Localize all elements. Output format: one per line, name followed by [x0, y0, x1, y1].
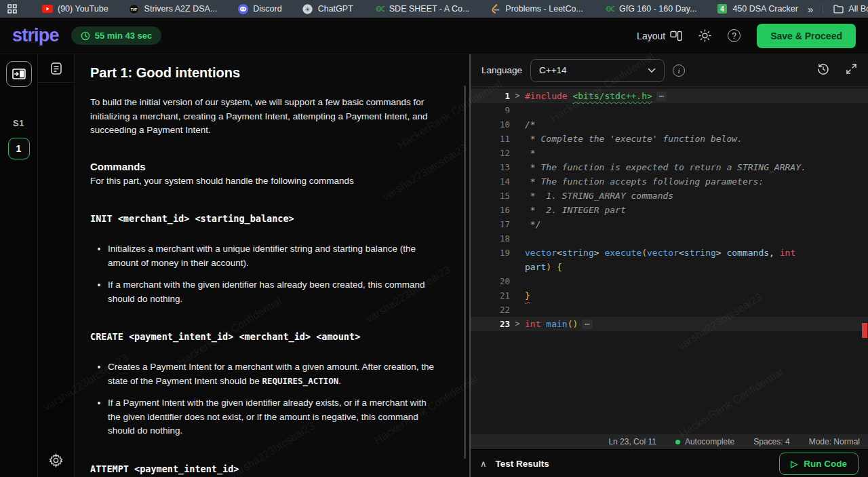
problem-title: Part 1: Good intentions [90, 65, 438, 81]
run-code-button[interactable]: ▷ Run Code [779, 453, 859, 475]
line-number [471, 260, 510, 274]
svg-text:4: 4 [721, 5, 725, 13]
bookmark-item[interactable]: GfG 160 - 160 Day... [604, 3, 696, 14]
question-1-button[interactable]: 1 [8, 138, 30, 159]
dsa450-icon: 4 [717, 3, 728, 14]
folder-icon [833, 3, 844, 14]
code-line[interactable]: 22 [471, 303, 868, 317]
code-line[interactable]: 16 * 2. INTEGER part [471, 203, 868, 217]
section-label: S1 [13, 118, 24, 128]
mode-setting[interactable]: Mode: Normal [809, 437, 860, 446]
svg-text:✳: ✳ [305, 5, 311, 12]
code-line[interactable]: 15 * 1. STRING_ARRAY commands [471, 189, 868, 203]
question-list-button[interactable] [38, 54, 74, 83]
code-line[interactable]: 10/* [471, 117, 868, 132]
command-signature: CREATE <payment_intent_id> <merchant_id>… [90, 331, 438, 342]
code-text: #include <bits/stdc++.h>⋯ [525, 89, 667, 103]
code-line[interactable]: 13 * The function is expected to return … [471, 160, 868, 174]
theme-brightness-icon[interactable] [698, 29, 711, 42]
code-line[interactable]: part) { [471, 260, 868, 274]
timer-value: 55 min 43 sec [95, 31, 153, 41]
code-line[interactable]: 20 [471, 274, 868, 288]
code-line[interactable]: 19vector<string> execute(vector<string> … [471, 246, 868, 260]
apps-grid-icon[interactable] [7, 3, 18, 14]
tuf-icon: TUF [129, 3, 140, 14]
bookmark-label: SDE SHEET - A Co... [389, 4, 470, 14]
collapse-sidebar-button[interactable] [6, 61, 32, 87]
fold-gutter [510, 303, 525, 317]
fold-chevron-icon[interactable]: > [510, 317, 525, 331]
bookmark-label: ChatGPT [318, 4, 353, 14]
gfg-icon [604, 3, 614, 14]
code-text: vector<string> execute(vector<string> co… [525, 246, 795, 260]
save-and-proceed-button[interactable]: Save & Proceed [757, 24, 856, 48]
fold-gutter [510, 174, 525, 189]
code-line[interactable]: 23>int main()⋯ [471, 317, 868, 331]
code-line[interactable]: 12 * [471, 146, 868, 160]
bookmark-item[interactable]: SDE SHEET - A Co... [374, 3, 470, 14]
code-text: int main()⋯ [525, 317, 593, 331]
bookmarks-overflow-chevron[interactable]: » [808, 3, 813, 15]
code-text: * Complete the 'execute' function below. [525, 132, 743, 146]
language-select[interactable]: C++14 [530, 59, 665, 82]
bookmark-item[interactable]: ✳ChatGPT [302, 3, 353, 14]
document-list-icon [50, 62, 63, 75]
bookmark-label: Discord [253, 4, 281, 14]
fold-gutter [510, 146, 525, 160]
info-icon[interactable]: i [673, 64, 685, 77]
line-number: 23 [471, 317, 510, 331]
bullet-item: If a merchant with the given identifier … [108, 278, 438, 306]
fold-gutter [510, 117, 525, 132]
chevron-down-icon [648, 68, 656, 73]
line-number: 15 [471, 189, 510, 203]
code-line[interactable]: 1>#include <bits/stdc++.h>⋯ [471, 89, 868, 103]
line-number: 20 [471, 274, 510, 288]
gfg-icon [374, 3, 384, 14]
chevron-up-icon[interactable]: ∧ [480, 459, 487, 469]
code-line[interactable]: 14 * The function accepts following para… [471, 174, 868, 189]
code-line[interactable]: 9 [471, 103, 868, 117]
help-icon[interactable]: ? [728, 29, 741, 42]
all-bookmarks-button[interactable]: All Bookmarks [833, 3, 868, 14]
fold-gutter [510, 231, 525, 246]
bookmark-label: Strivers A2Z DSA... [144, 4, 218, 14]
code-area[interactable]: 1>#include <bits/stdc++.h>⋯910/*11 * Com… [471, 87, 868, 434]
settings-button[interactable] [49, 453, 63, 470]
code-text: part) { [525, 260, 562, 274]
code-line[interactable]: 17 */ [471, 217, 868, 231]
code-text: * The function is expected to return a S… [525, 160, 806, 174]
autocomplete-status[interactable]: Autocomplete [675, 437, 734, 446]
line-number: 13 [471, 160, 510, 174]
fullscreen-expand-icon[interactable] [846, 63, 857, 77]
code-text: * 1. STRING_ARRAY commands [525, 189, 673, 203]
command-bullets: Initializes a merchant with a unique ide… [90, 242, 438, 306]
code-text: * The function accepts following paramet… [525, 174, 764, 189]
timer-badge: 55 min 43 sec [71, 26, 162, 45]
bookmark-item[interactable]: TUFStrivers A2Z DSA... [129, 3, 218, 14]
bookmark-item[interactable]: 4450 DSA Cracker [717, 3, 798, 14]
layout-icon [670, 31, 682, 41]
line-number: 12 [471, 146, 510, 160]
code-text: /* [525, 117, 536, 132]
svg-text:TUF: TUF [131, 7, 138, 11]
command-bullets: Creates a Payment Intent for a merchant … [90, 360, 438, 438]
spaces-setting[interactable]: Spaces: 4 [753, 437, 789, 446]
line-number: 21 [471, 288, 510, 303]
line-number: 22 [471, 303, 510, 317]
code-line[interactable]: 21} [471, 288, 868, 303]
line-number: 10 [471, 117, 510, 132]
restore-code-icon[interactable] [817, 63, 829, 78]
fold-gutter [510, 189, 525, 203]
bookmark-item[interactable]: Problems - LeetCo... [490, 3, 583, 14]
code-line[interactable]: 18 [471, 231, 868, 246]
test-results-bar: ∧ Test Results ▷ Run Code [471, 449, 868, 477]
bookmark-item[interactable]: (90) YouTube [42, 3, 108, 14]
problem-intro: To build the initial version of our syst… [90, 96, 456, 138]
bookmark-item[interactable]: Discord [237, 3, 281, 14]
fold-chevron-icon[interactable]: > [510, 89, 525, 103]
layout-button[interactable]: Layout [637, 31, 682, 41]
line-number: 9 [471, 103, 510, 117]
description-scrollbar[interactable] [464, 85, 466, 459]
code-text: */ [525, 217, 540, 231]
code-line[interactable]: 11 * Complete the 'execute' function bel… [471, 132, 868, 146]
